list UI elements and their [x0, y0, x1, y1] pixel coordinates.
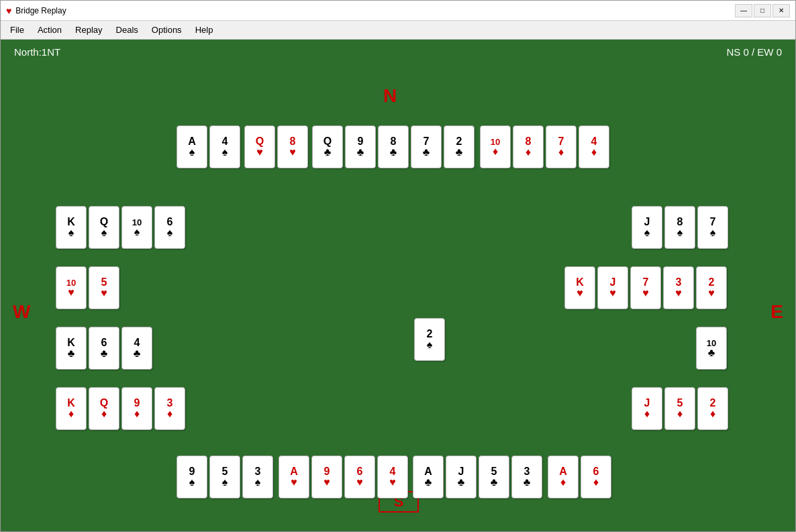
card-north-12[interactable]: 7♦: [546, 125, 577, 168]
card-north-9[interactable]: 2♣: [444, 125, 475, 168]
card-west-d2[interactable]: Q♦: [89, 387, 119, 430]
card-north-6[interactable]: 9♣: [345, 125, 376, 168]
card-south-c2[interactable]: J♣: [446, 456, 477, 498]
menu-deals[interactable]: Deals: [109, 22, 145, 38]
menu-bar: File Action Replay Deals Options Help: [1, 21, 795, 40]
title-controls: — □ ✕: [735, 4, 790, 17]
card-south-h1[interactable]: A♥: [279, 456, 309, 498]
card-east-h2[interactable]: J♥: [597, 266, 628, 309]
card-south-s2[interactable]: 5♠: [209, 456, 240, 498]
title-heart-icon: ♥: [6, 5, 11, 16]
card-center[interactable]: 2♠: [414, 318, 445, 361]
card-west-s3[interactable]: 10♠: [121, 206, 152, 249]
title-bar-left: ♥ Bridge Replay: [6, 5, 66, 16]
card-south-s3[interactable]: 3♠: [242, 456, 273, 498]
card-east-c1[interactable]: 10♣: [696, 327, 727, 370]
card-east-d1[interactable]: J♦: [632, 387, 662, 430]
card-east-h4[interactable]: 3♥: [663, 266, 694, 309]
card-north-4[interactable]: 8♥: [277, 125, 308, 168]
north-direction-label: N: [383, 85, 397, 107]
east-direction-label: E: [770, 301, 783, 323]
contract-label: North:1NT: [14, 46, 60, 58]
card-east-d3[interactable]: 2♦: [697, 387, 728, 430]
card-south-c4[interactable]: 3♣: [511, 456, 542, 498]
menu-file[interactable]: File: [3, 22, 31, 38]
card-east-s1[interactable]: J♠: [632, 206, 662, 249]
card-west-s4[interactable]: 6♠: [154, 206, 185, 249]
menu-replay[interactable]: Replay: [68, 22, 109, 38]
menu-action[interactable]: Action: [31, 22, 68, 38]
title-bar: ♥ Bridge Replay — □ ✕: [1, 1, 795, 21]
card-west-d1[interactable]: K♦: [56, 387, 87, 430]
card-south-c1[interactable]: A♣: [413, 456, 444, 498]
west-direction-label: W: [13, 301, 30, 323]
card-south-h3[interactable]: 6♥: [344, 456, 375, 498]
game-area: North:1NT NS 0 / EW 0 N W E S A♠ 4♠ Q♥ 8…: [1, 40, 795, 531]
card-north-3[interactable]: Q♥: [244, 125, 275, 168]
window-title: Bridge Replay: [15, 6, 66, 15]
score-label: NS 0 / EW 0: [726, 46, 782, 58]
card-west-d3[interactable]: 9♦: [121, 387, 152, 430]
card-south-h4[interactable]: 4♥: [377, 456, 408, 498]
minimize-button[interactable]: —: [735, 4, 752, 17]
card-north-2[interactable]: 4♠: [209, 125, 240, 168]
card-west-s1[interactable]: K♠: [56, 206, 87, 249]
card-north-1[interactable]: A♠: [177, 125, 207, 168]
card-east-h1[interactable]: K♥: [564, 266, 595, 309]
card-west-d4[interactable]: 3♦: [154, 387, 185, 430]
card-west-c3[interactable]: 4♣: [121, 327, 152, 370]
card-south-s1[interactable]: 9♠: [177, 456, 207, 498]
card-west-s2[interactable]: Q♠: [89, 206, 119, 249]
menu-options[interactable]: Options: [145, 22, 189, 38]
menu-help[interactable]: Help: [189, 22, 220, 38]
card-west-c2[interactable]: 6♣: [89, 327, 119, 370]
card-east-s3[interactable]: 7♠: [697, 206, 728, 249]
card-north-11[interactable]: 8♦: [513, 125, 544, 168]
close-button[interactable]: ✕: [773, 4, 790, 17]
card-east-h5[interactable]: 2♥: [696, 266, 727, 309]
maximize-button[interactable]: □: [754, 4, 771, 17]
card-west-h2[interactable]: 5♥: [89, 266, 119, 309]
card-east-s2[interactable]: 8♠: [664, 206, 695, 249]
card-north-10[interactable]: 10♦: [480, 125, 511, 168]
card-north-8[interactable]: 7♣: [411, 125, 442, 168]
main-window: ♥ Bridge Replay — □ ✕ File Action Replay…: [0, 0, 796, 532]
card-south-c3[interactable]: 5♣: [479, 456, 509, 498]
card-north-7[interactable]: 8♣: [378, 125, 409, 168]
card-north-5[interactable]: Q♣: [312, 125, 343, 168]
card-south-d2[interactable]: 6♦: [581, 456, 611, 498]
card-east-d2[interactable]: 5♦: [664, 387, 695, 430]
card-west-h1[interactable]: 10♥: [56, 266, 87, 309]
card-west-c1[interactable]: K♣: [56, 327, 87, 370]
card-east-h3[interactable]: 7♥: [630, 266, 661, 309]
card-north-13[interactable]: 4♦: [579, 125, 609, 168]
card-south-h2[interactable]: 9♥: [311, 456, 342, 498]
card-south-d1[interactable]: A♦: [548, 456, 579, 498]
